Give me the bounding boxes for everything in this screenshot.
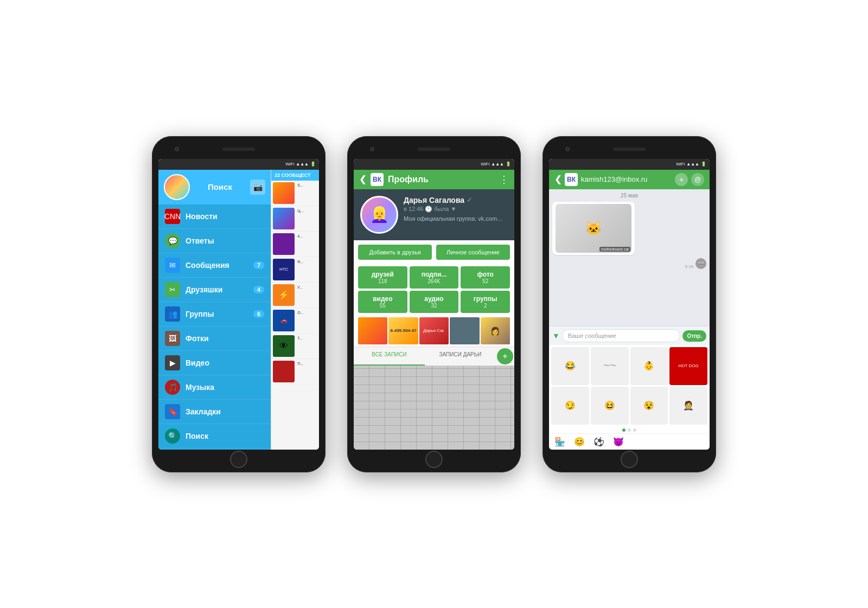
group-item-7[interactable]: 👁 Т... — [271, 334, 319, 359]
shop-icon[interactable]: 🏪 — [554, 437, 565, 447]
photo-thumb-3[interactable]: Дарья Саг. — [419, 317, 449, 344]
menu-item-news[interactable]: CNN Новости — [158, 204, 271, 229]
group-text-7: Т... — [296, 335, 317, 357]
stat-groups[interactable]: группы 2 — [461, 291, 510, 313]
friends-icon: ✂ — [165, 282, 180, 297]
stat-video[interactable]: видео 55 — [358, 291, 407, 313]
p3-wifi-icon: WiFi — [676, 162, 685, 167]
status-wifi-icon: WiFi — [285, 162, 294, 167]
photo-thumb-1[interactable] — [358, 317, 387, 344]
group-text-5: У... — [296, 284, 317, 306]
message-image-1[interactable]: 🐱 motherboard cat — [556, 204, 631, 253]
menu-item-groups[interactable]: 👥 Группы 6 — [158, 302, 271, 327]
sticker-5[interactable]: 😏 — [551, 387, 589, 425]
menu-item-search[interactable]: 🔍 Поиск — [158, 424, 271, 449]
groups-stat-label: группы — [463, 295, 508, 303]
message-input-area: ▼ Ваше сообщение Отпр. — [549, 326, 710, 345]
messages-label: Сообщения — [186, 261, 248, 270]
group-text-2: Ц... — [296, 208, 317, 229]
phone-1: WiFi ▲▲▲ 🔋 Поиск 📷 CNN — [152, 136, 326, 472]
menu-dots-button[interactable]: ⋮ — [499, 174, 509, 185]
search-menu-label: Поиск — [186, 432, 264, 440]
message-input[interactable]: Ваше сообщение — [562, 329, 681, 342]
phone-2-top-bar — [354, 143, 514, 156]
expand-icon[interactable]: ▼ — [450, 206, 456, 212]
group-item-2[interactable]: Ц... — [271, 206, 319, 232]
phone-3-top-bar — [549, 143, 710, 156]
plus-button[interactable]: + — [675, 173, 688, 186]
attachment-icon[interactable]: ⚽ — [593, 437, 604, 447]
group-item-6[interactable]: 🚗 О... — [271, 308, 319, 334]
menu-item-bookmarks[interactable]: 🔖 Закладки — [158, 400, 271, 424]
phone-1-home-button[interactable] — [230, 451, 247, 468]
stat-subscribers[interactable]: подпи... 264K — [410, 266, 459, 289]
photos-stat-value: 52 — [463, 278, 508, 284]
sticker-2[interactable]: 〜〜 — [591, 347, 629, 385]
profile-tabs: ВСЕ ЗАПИСИ ЗАПИСИ ДАРЬИ + — [354, 347, 514, 366]
group-item-4[interactable]: HTC N... — [271, 257, 319, 283]
menu-item-settings[interactable]: ⚙ Настройки — [158, 449, 271, 450]
group-item-8[interactable]: П... — [271, 359, 319, 385]
phone-3-camera — [565, 147, 570, 151]
expand-icon[interactable]: ▼ — [552, 331, 560, 340]
send-button[interactable]: Отпр. — [682, 330, 706, 342]
back-button[interactable]: ❮ — [359, 174, 366, 184]
add-post-button[interactable]: + — [497, 348, 513, 364]
sticker-7[interactable]: 😵 — [630, 387, 668, 425]
menu-item-photos[interactable]: 🖼 Фотки — [158, 327, 271, 351]
user-avatar[interactable] — [164, 174, 190, 200]
photos-icon: 🖼 — [165, 331, 180, 346]
sticker-8[interactable]: 🤵 — [669, 387, 707, 425]
friends-label: Друзяшки — [186, 285, 248, 294]
photo-thumb-5[interactable]: 👩 — [481, 317, 510, 344]
chat-date: 25 мая — [552, 193, 706, 199]
news-label: Новости — [186, 212, 264, 221]
phone-3-home-button[interactable] — [621, 451, 638, 468]
photo-thumb-4[interactable] — [450, 317, 479, 344]
phone-2-home-button[interactable] — [425, 451, 443, 468]
profile-avatar[interactable]: 👱‍♀️ — [360, 196, 398, 234]
menu-item-friends[interactable]: ✂ Друзяшки 4 — [158, 278, 271, 302]
send-message-button[interactable]: Личное сообщение — [436, 245, 510, 260]
stat-friends[interactable]: друзей 118 — [358, 266, 407, 289]
camera-icon[interactable]: 📷 — [250, 180, 265, 195]
photo-thumb-2[interactable]: 8-495-504-47 — [388, 317, 418, 344]
add-friend-button[interactable]: Добавить в друзья — [358, 245, 432, 260]
group-item-1[interactable]: S... — [271, 181, 319, 206]
bookmarks-label: Закладки — [186, 407, 264, 416]
menu-item-video[interactable]: ▶ Видео — [158, 351, 271, 375]
video-stat-value: 55 — [360, 303, 405, 309]
phone-1-groups-panel: 22 СООБЩЕСТ S... Ц... 4... — [271, 170, 319, 450]
sticker-6[interactable]: 😆 — [591, 387, 629, 425]
tab-user-posts[interactable]: ЗАПИСИ ДАРЬИ — [425, 347, 496, 366]
phone-2: WiFi ▲▲▲ 🔋 ❮ ВК Профиль ⋮ 👱‍♀️ Дарья Саг… — [347, 136, 521, 472]
sticker-1[interactable]: 😂 — [551, 347, 589, 385]
stat-audio[interactable]: аудио 32 — [410, 291, 459, 313]
dot-active — [622, 428, 626, 432]
phone-1-header: Поиск 📷 — [158, 170, 271, 204]
menu-item-answers[interactable]: 💬 Ответы — [158, 229, 271, 253]
tab-all-posts[interactable]: ВСЕ ЗАПИСИ — [354, 347, 425, 366]
sticker-4[interactable]: HOT DOG — [669, 347, 707, 385]
emoji-icon[interactable]: 😊 — [574, 437, 585, 447]
troll-icon[interactable]: 😈 — [613, 437, 624, 447]
at-icon[interactable]: @ — [691, 173, 704, 186]
profile-info: Дарья Сагалова ✓ в 12:46 🕐 была ▼ Моя оф… — [404, 196, 508, 222]
menu-item-messages[interactable]: ✉ Сообщения 7 — [158, 253, 271, 278]
sticker-pagination — [549, 427, 710, 433]
chat-back-button[interactable]: ❮ — [554, 174, 561, 184]
music-label: Музыка — [186, 383, 264, 392]
wall-background — [354, 366, 514, 450]
phone-1-camera — [175, 147, 179, 151]
p2-wifi-icon: WiFi — [481, 162, 489, 167]
group-item-5[interactable]: ⚡ У... — [271, 283, 319, 308]
stat-photos[interactable]: фото 52 — [461, 266, 510, 289]
phone-1-top-bar — [158, 143, 319, 156]
messages-icon: ✉ — [165, 258, 180, 273]
sticker-3[interactable]: 👶 — [630, 347, 668, 385]
profile-status: Моя официальная группа: vk.com... — [404, 215, 508, 222]
groups-stat-value: 2 — [463, 303, 508, 309]
group-item-3[interactable]: 4... — [271, 232, 319, 257]
wall-section — [354, 366, 514, 450]
menu-item-music[interactable]: 🎵 Музыка — [158, 375, 271, 400]
